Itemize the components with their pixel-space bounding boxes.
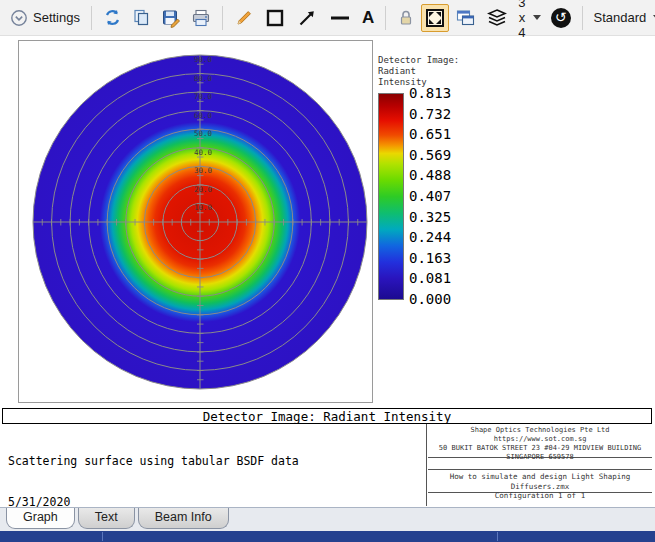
draw-arrow-button[interactable]	[292, 4, 322, 32]
colorbar-tick: 0.325	[409, 209, 451, 225]
company-name: Shape Optics Technologies Pte Ltd	[428, 426, 652, 435]
configuration-label: Configuration 1 of 1	[428, 491, 652, 501]
status-bar-divider	[497, 532, 498, 541]
chevron-down-circle-icon	[10, 9, 28, 27]
annotate-pencil-button[interactable]	[230, 5, 258, 31]
ring-label: 10.0	[194, 203, 213, 212]
bottom-tab-bar: Graph Text Beam Info	[0, 507, 655, 531]
layers-icon	[486, 8, 508, 28]
colorbar-labels: 0.813 0.732 0.651 0.569 0.488 0.407 0.32…	[409, 85, 451, 307]
colorbar-tick: 0.000	[409, 291, 451, 307]
colorbar-tick: 0.407	[409, 188, 451, 204]
company-url: https://www.sot.com.sg	[428, 435, 652, 444]
insert-text-button[interactable]: A	[358, 6, 378, 30]
toolbar-separator	[222, 6, 223, 30]
window-layout-button[interactable]	[451, 5, 480, 31]
cascade-windows-icon	[455, 8, 476, 28]
colorbar	[378, 93, 404, 300]
draw-line-button[interactable]	[324, 4, 356, 32]
settings-button[interactable]: Settings	[6, 6, 84, 30]
save-icon	[161, 8, 181, 28]
status-bar	[0, 531, 655, 542]
fit-to-window-icon	[424, 7, 446, 29]
toolbar-separator	[582, 6, 583, 30]
ring-label: 40.0	[194, 148, 213, 157]
tab-text[interactable]: Text	[78, 508, 135, 529]
rotate-view-button[interactable]: ↺	[547, 5, 575, 31]
grid-size-label: 3 x 4	[518, 0, 525, 40]
copy-icon	[132, 8, 151, 27]
app-window: Settings	[0, 0, 655, 542]
copy-button[interactable]	[128, 5, 155, 30]
detector-title-band: Detector Image: Radiant Intensity	[2, 408, 652, 424]
colorbar-tick: 0.244	[409, 229, 451, 245]
refresh-button[interactable]	[99, 5, 126, 30]
toolbar-separator	[385, 6, 386, 30]
tab-graph[interactable]: Graph	[6, 508, 75, 529]
settings-label: Settings	[33, 10, 80, 25]
colorbar-tick: 0.651	[409, 126, 451, 142]
file-info-box: How to simulate and design Light Shaping…	[428, 469, 652, 493]
dropdown-arrow-icon	[533, 15, 541, 20]
company-address: 50 BUKIT BATOK STREET 23 #04-29 MIDVIEW …	[428, 444, 652, 462]
colorbar-tick: 0.081	[409, 270, 451, 286]
polar-ring-labels: 10.0 20.0 30.0 40.0 50.0 60.0 70.0 80.0 …	[194, 55, 213, 212]
ring-label: 70.0	[194, 92, 213, 101]
file-name: How to simulate and design Light Shaping…	[428, 472, 652, 491]
colorbar-tick: 0.163	[409, 250, 451, 266]
company-info-box: Shape Optics Technologies Pte Ltd https:…	[428, 424, 652, 458]
layers-button[interactable]	[482, 5, 512, 31]
refresh-icon	[103, 8, 122, 27]
save-button[interactable]	[157, 5, 185, 31]
print-icon	[191, 8, 211, 28]
toolbar-separator	[91, 6, 92, 30]
ring-label: 30.0	[194, 166, 213, 175]
colorbar-tick: 0.813	[409, 85, 451, 101]
ring-label: 20.0	[194, 185, 213, 194]
standard-label: Standard	[594, 10, 647, 25]
colorbar-tick: 0.569	[409, 147, 451, 163]
pencil-icon	[234, 8, 254, 28]
tab-beam-info[interactable]: Beam Info	[138, 508, 229, 529]
ring-label: 80.0	[194, 74, 213, 83]
ring-label: 50.0	[194, 129, 213, 138]
status-bar-divider	[102, 532, 103, 541]
draw-rectangle-button[interactable]	[260, 4, 290, 32]
line-icon	[328, 7, 352, 29]
fit-to-window-button[interactable]	[421, 4, 449, 32]
arrow-icon	[296, 7, 318, 29]
footer-right-column: Shape Optics Technologies Pte Ltd https:…	[426, 424, 652, 506]
polar-intensity-map: 10.0 20.0 30.0 40.0 50.0 60.0 70.0 80.0 …	[19, 41, 372, 402]
rotate-ccw-icon: ↺	[551, 8, 571, 28]
info-line: Scattering surface using tabular BSDF da…	[8, 455, 423, 469]
grid-size-dropdown[interactable]: 3 x 4	[514, 0, 544, 43]
detector-title: Detector Image: Radiant Intensity	[203, 409, 451, 424]
lock-button[interactable]	[393, 5, 419, 30]
ring-label: 90.0	[194, 55, 213, 64]
polar-plot-canvas: 10.0 20.0 30.0 40.0 50.0 60.0 70.0 80.0 …	[18, 40, 373, 403]
ring-label: 60.0	[194, 111, 213, 120]
legend-title: Detector Image: Radiant Intensity	[378, 55, 459, 88]
standard-dropdown[interactable]: Standard	[590, 7, 655, 28]
rectangle-icon	[264, 7, 286, 29]
lock-icon	[397, 8, 415, 27]
toolbar: Settings	[0, 0, 655, 36]
text-tool-icon: A	[362, 9, 374, 27]
print-button[interactable]	[187, 5, 215, 31]
colorbar-tick: 0.732	[409, 106, 451, 122]
colorbar-tick: 0.488	[409, 167, 451, 183]
